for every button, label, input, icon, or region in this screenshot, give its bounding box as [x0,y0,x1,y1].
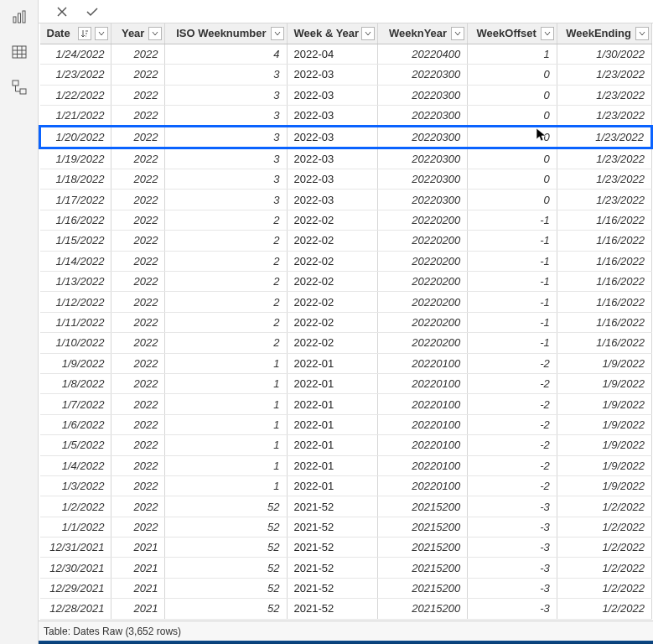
cell-date[interactable]: 1/5/2022 [40,435,111,455]
cell-date[interactable]: 1/22/2022 [40,85,111,105]
cell-iso[interactable]: 1 [165,475,287,496]
cell-off[interactable]: 0 [468,106,557,127]
cell-off[interactable]: -1 [468,312,557,332]
cell-date[interactable]: 1/8/2022 [40,373,111,393]
cell-iso[interactable]: 3 [165,190,287,210]
cell-we[interactable]: 1/2/2022 [557,558,651,578]
cell-wny[interactable]: 20220100 [378,455,468,475]
column-header-wy[interactable]: Week & Year [287,23,378,44]
cell-we[interactable]: 1/9/2022 [557,394,651,414]
table-row[interactable]: 12/29/20212021522021-5220215200-31/2/202… [40,578,652,598]
cell-we[interactable]: 1/16/2022 [557,210,651,230]
cell-wny[interactable]: 20220200 [378,231,468,251]
cancel-button[interactable] [54,3,70,20]
column-header-wny[interactable]: WeeknYear [378,23,468,44]
cell-wy[interactable]: 2022-02 [287,272,378,292]
table-row[interactable]: 1/10/2022202222022-0220220200-11/16/2022 [40,333,652,353]
cell-year[interactable]: 2022 [111,475,165,496]
cell-year[interactable]: 2022 [111,272,165,292]
cell-year[interactable]: 2022 [111,65,165,85]
cell-wny[interactable]: 20215200 [378,538,468,558]
cell-off[interactable]: 0 [468,190,557,210]
cell-wy[interactable]: 2022-01 [287,435,378,455]
table-row[interactable]: 12/28/20212021522021-5220215200-31/2/202… [40,599,652,619]
cell-iso[interactable]: 52 [165,558,287,578]
cell-iso[interactable]: 52 [165,517,287,537]
cell-off[interactable]: -2 [468,435,557,455]
cell-we[interactable]: 1/16/2022 [557,333,651,353]
cell-wy[interactable]: 2022-04 [287,44,378,64]
cell-iso[interactable]: 1 [165,455,287,475]
cell-wny[interactable]: 20220200 [378,312,468,332]
cell-wny[interactable]: 20220400 [378,44,468,64]
cell-wy[interactable]: 2022-01 [287,394,378,414]
cell-date[interactable]: 1/16/2022 [40,210,111,230]
cell-iso[interactable]: 2 [165,292,287,312]
cell-wny[interactable]: 20220100 [378,394,468,414]
cell-off[interactable]: 0 [468,65,557,85]
table-row[interactable]: 1/21/2022202232022-032022030001/23/2022 [40,106,652,127]
cell-date[interactable]: 1/7/2022 [40,394,111,414]
cell-year[interactable]: 2021 [111,558,165,578]
cell-we[interactable]: 1/9/2022 [557,435,651,455]
table-row[interactable]: 1/19/2022202232022-032022030001/23/2022 [40,148,652,169]
table-row[interactable]: 1/8/2022202212022-0120220100-21/9/2022 [40,373,652,393]
table-row[interactable]: 1/14/2022202222022-0220220200-11/16/2022 [40,251,652,271]
table-row[interactable]: 1/6/2022202212022-0120220100-21/9/2022 [40,414,652,434]
cell-year[interactable]: 2022 [111,190,165,210]
cell-we[interactable]: 1/9/2022 [557,455,651,475]
cell-iso[interactable]: 52 [165,599,287,619]
cell-wy[interactable]: 2021-52 [287,578,378,598]
cell-date[interactable]: 1/13/2022 [40,272,111,292]
cell-year[interactable]: 2022 [111,251,165,271]
table-row[interactable]: 1/23/2022202232022-032022030001/23/2022 [40,65,652,85]
cell-iso[interactable]: 1 [165,435,287,455]
column-filter-button[interactable] [271,27,284,40]
cell-wy[interactable]: 2022-02 [287,292,378,312]
table-row[interactable]: 1/9/2022202212022-0120220100-21/9/2022 [40,353,652,373]
cell-wny[interactable]: 20220200 [378,333,468,353]
cell-date[interactable]: 1/10/2022 [40,333,111,353]
cell-date[interactable]: 12/29/2021 [40,578,111,598]
cell-wny[interactable]: 20220300 [378,169,468,190]
cell-off[interactable]: -3 [468,558,557,578]
cell-off[interactable]: -3 [468,517,557,537]
data-view-button[interactable] [9,42,29,62]
cell-off[interactable]: -2 [468,394,557,414]
cell-year[interactable]: 2022 [111,373,165,393]
cell-we[interactable]: 1/23/2022 [557,148,651,169]
cell-year[interactable]: 2022 [111,435,165,455]
cell-we[interactable]: 1/23/2022 [557,85,651,105]
cell-date[interactable]: 1/3/2022 [40,475,111,496]
cell-iso[interactable]: 4 [165,44,287,64]
cell-wny[interactable]: 20220200 [378,251,468,271]
cell-we[interactable]: 1/16/2022 [557,272,651,292]
table-row[interactable]: 1/1/20222022522021-5220215200-31/2/2022 [40,517,652,537]
cell-year[interactable]: 2022 [111,127,165,148]
cell-off[interactable]: -1 [468,210,557,230]
cell-iso[interactable]: 1 [165,394,287,414]
column-filter-button[interactable] [95,27,108,40]
report-view-button[interactable] [9,7,29,27]
cell-wny[interactable]: 20220300 [378,85,468,105]
cell-off[interactable]: -3 [468,496,557,517]
cell-iso[interactable]: 52 [165,578,287,598]
table-row[interactable]: 1/15/2022202222022-0220220200-11/16/2022 [40,231,652,251]
cell-we[interactable]: 1/23/2022 [557,169,651,190]
cell-iso[interactable]: 1 [165,373,287,393]
cell-year[interactable]: 2022 [111,353,165,373]
cell-wy[interactable]: 2022-03 [287,65,378,85]
cell-date[interactable]: 1/4/2022 [40,455,111,475]
cell-wy[interactable]: 2022-03 [287,85,378,105]
cell-wy[interactable]: 2022-03 [287,127,378,148]
cell-wny[interactable]: 20220300 [378,106,468,127]
cell-iso[interactable]: 3 [165,127,287,148]
column-filter-button[interactable] [148,27,162,40]
table-row[interactable]: 1/7/2022202212022-0120220100-21/9/2022 [40,394,652,414]
cell-off[interactable]: -2 [468,475,557,496]
cell-date[interactable]: 1/20/2022 [40,127,111,148]
table-row[interactable]: 1/18/2022202232022-032022030001/23/2022 [40,169,652,190]
cell-off[interactable]: -1 [468,231,557,251]
cell-year[interactable]: 2022 [111,517,165,537]
cell-iso[interactable]: 2 [165,210,287,230]
